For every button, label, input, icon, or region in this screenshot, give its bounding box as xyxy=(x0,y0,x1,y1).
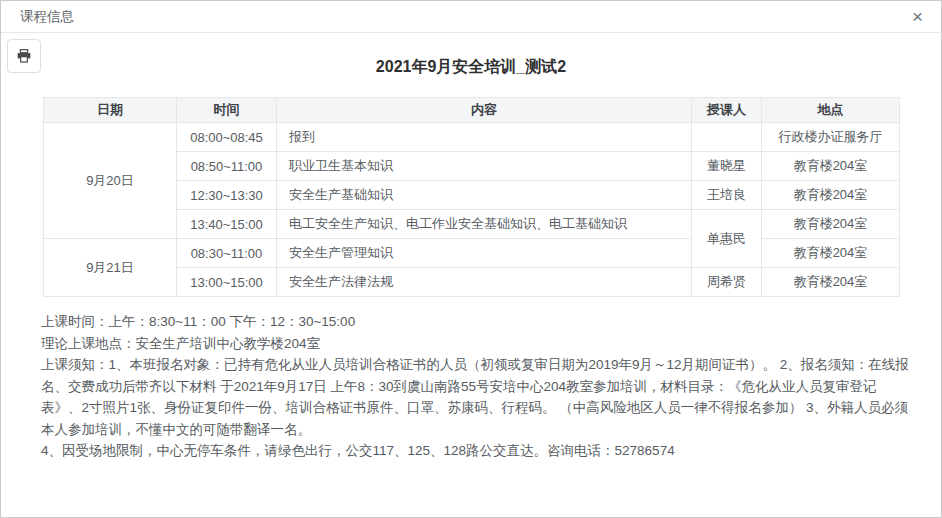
cell-content: 安全生产管理知识 xyxy=(277,239,692,268)
dialog-header: 课程信息 × xyxy=(1,1,941,33)
cell-content: 电工安全生产知识、电工作业安全基础知识、电工基础知识 xyxy=(277,210,692,239)
cell-teacher: 王培良 xyxy=(692,181,762,210)
note-transport: 4、因受场地限制，中心无停车条件，请绿色出行，公交117、125、128路公交直… xyxy=(41,440,909,462)
cell-place: 教育楼204室 xyxy=(762,181,900,210)
schedule-table: 日期 时间 内容 授课人 地点 9月20日 08:00~08:45 报到 行政楼… xyxy=(43,97,900,297)
cell-time: 13:40~15:00 xyxy=(177,210,277,239)
cell-date: 9月21日 xyxy=(44,239,177,297)
column-header-time: 时间 xyxy=(177,98,277,123)
close-icon[interactable]: × xyxy=(912,7,923,26)
table-row: 9月21日 08:30~11:00 安全生产管理知识 教育楼204室 xyxy=(44,239,900,268)
dialog-title: 课程信息 xyxy=(20,8,74,26)
cell-content: 安全生产基础知识 xyxy=(277,181,692,210)
printer-icon xyxy=(16,48,32,64)
cell-time: 12:30~13:30 xyxy=(177,181,277,210)
cell-place: 教育楼204室 xyxy=(762,210,900,239)
cell-time: 08:30~11:00 xyxy=(177,239,277,268)
table-row: 9月20日 08:00~08:45 报到 行政楼办证服务厅 xyxy=(44,123,900,152)
cell-place: 行政楼办证服务厅 xyxy=(762,123,900,152)
cell-teacher xyxy=(692,123,762,152)
course-title: 2021年9月安全培训_测试2 xyxy=(1,57,941,78)
column-header-place: 地点 xyxy=(762,98,900,123)
note-instructions: 上课须知：1、本班报名对象：已持有危化从业人员培训合格证书的人员（初领或复审日期… xyxy=(41,354,909,440)
column-header-date: 日期 xyxy=(44,98,177,123)
column-header-teacher: 授课人 xyxy=(692,98,762,123)
note-class-time: 上课时间：上午：8:30~11：00 下午：12：30~15:00 xyxy=(41,311,909,333)
cell-place: 教育楼204室 xyxy=(762,268,900,297)
cell-time: 13:00~15:00 xyxy=(177,268,277,297)
cell-place: 教育楼204室 xyxy=(762,152,900,181)
cell-teacher: 董晓星 xyxy=(692,152,762,181)
cell-time: 08:50~11:00 xyxy=(177,152,277,181)
cell-content: 报到 xyxy=(277,123,692,152)
cell-place: 教育楼204室 xyxy=(762,239,900,268)
cell-teacher: 周希贤 xyxy=(692,268,762,297)
course-notes: 上课时间：上午：8:30~11：00 下午：12：30~15:00 理论上课地点… xyxy=(41,311,909,462)
column-header-content: 内容 xyxy=(277,98,692,123)
course-info-dialog: 课程信息 × 2021年9月安全培训_测试2 日期 时间 内容 授课人 地点 xyxy=(0,0,942,518)
cell-content: 安全生产法律法规 xyxy=(277,268,692,297)
cell-date: 9月20日 xyxy=(44,123,177,239)
print-button[interactable] xyxy=(7,39,41,73)
cell-time: 08:00~08:45 xyxy=(177,123,277,152)
cell-teacher: 单惠民 xyxy=(692,210,762,268)
cell-content: 职业卫生基本知识 xyxy=(277,152,692,181)
table-header-row: 日期 时间 内容 授课人 地点 xyxy=(44,98,900,123)
note-class-location: 理论上课地点：安全生产培训中心教学楼204室 xyxy=(41,333,909,355)
